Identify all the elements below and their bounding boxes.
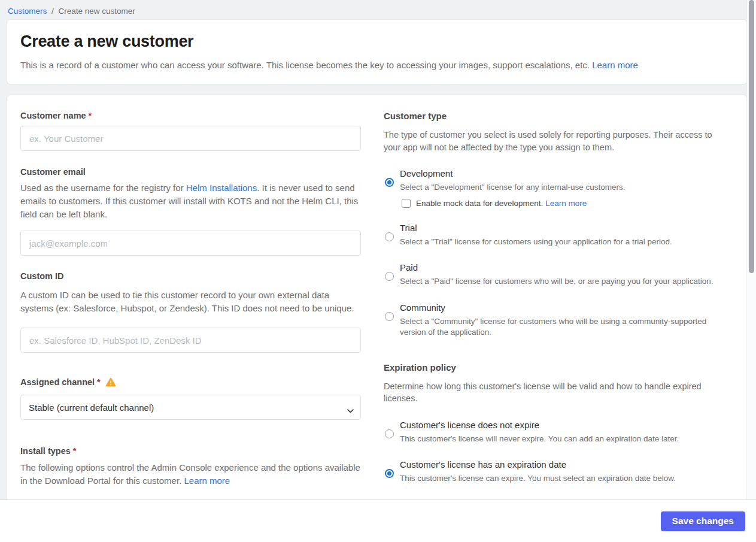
assigned-channel-field-group: Assigned channel* Stable (current defaul… xyxy=(20,377,361,420)
page-description: This is a record of a customer who can a… xyxy=(20,60,733,70)
development-option-description: Select a "Development" license for any i… xyxy=(400,182,722,193)
expiration-policy-heading: Expiration policy xyxy=(384,362,722,373)
breadcrumb: Customers / Create new customer xyxy=(0,0,756,19)
community-option-title: Community xyxy=(400,302,722,313)
has-expiration-radio[interactable] xyxy=(385,469,394,478)
customer-email-help: Used as the username for the registry fo… xyxy=(20,181,361,221)
customer-email-field-group: Customer email Used as the username for … xyxy=(20,167,361,256)
assigned-channel-select[interactable]: Stable (current default channel) xyxy=(20,395,361,420)
customer-name-field-group: Customer name* xyxy=(20,111,361,151)
mock-data-checkbox-row: Enable mock data for development. Learn … xyxy=(402,199,722,208)
custom-id-label: Custom ID xyxy=(20,271,361,281)
expiration-policy-description: Determine how long this customer's licen… xyxy=(384,380,722,405)
custom-id-input[interactable] xyxy=(20,328,361,353)
page-title: Create a new customer xyxy=(20,32,733,51)
no-expire-radio[interactable] xyxy=(385,429,394,438)
no-expire-option-title: Customer's license does not expire xyxy=(400,420,722,430)
install-types-label-text: Install types xyxy=(20,446,71,456)
customer-name-label: Customer name* xyxy=(20,111,361,120)
custom-id-help: A custom ID can be used to tie this cust… xyxy=(20,289,361,315)
install-types-field-group: Install types* The following options con… xyxy=(20,446,361,488)
breadcrumb-customers-link[interactable]: Customers xyxy=(8,7,47,16)
required-asterisk: * xyxy=(89,111,92,120)
save-changes-button[interactable]: Save changes xyxy=(661,511,745,531)
customer-email-label: Customer email xyxy=(20,167,361,177)
helm-installations-link[interactable]: Helm Installations xyxy=(186,183,257,193)
customer-type-description: The type of customer you select is used … xyxy=(384,129,722,153)
customer-email-help-text-1: Used as the username for the registry fo… xyxy=(20,183,186,193)
expiration-policy-options: Customer's license does not expire This … xyxy=(384,420,722,485)
footer-action-bar: Save changes xyxy=(0,499,756,542)
mock-data-checkbox-label: Enable mock data for development. Learn … xyxy=(416,199,587,208)
paid-radio[interactable] xyxy=(385,272,394,281)
customer-type-heading: Customer type xyxy=(384,111,722,121)
required-asterisk: * xyxy=(97,377,101,387)
paid-option-description: Select a "Paid" license for customers wh… xyxy=(400,276,722,287)
customer-email-input[interactable] xyxy=(20,231,361,256)
install-types-learn-more-link[interactable]: Learn more xyxy=(184,476,230,486)
customer-type-option-development: Development Select a "Development" licen… xyxy=(384,168,722,208)
required-asterisk: * xyxy=(73,446,77,456)
customer-name-input[interactable] xyxy=(20,126,361,151)
paid-option-title: Paid xyxy=(400,262,722,272)
community-radio[interactable] xyxy=(385,312,394,321)
form-left-column: Customer name* Customer email Used as th… xyxy=(20,111,361,495)
custom-id-field-group: Custom ID A custom ID can be used to tie… xyxy=(20,271,361,353)
create-customer-form-card: Customer name* Customer email Used as th… xyxy=(7,95,747,514)
development-option-title: Development xyxy=(400,168,722,178)
page-scrollbar-track[interactable] xyxy=(746,0,756,499)
development-radio[interactable] xyxy=(385,178,394,187)
mock-data-checkbox-label-text: Enable mock data for development. xyxy=(416,199,543,208)
customer-name-label-text: Customer name xyxy=(20,111,86,120)
warning-triangle-icon xyxy=(105,377,116,387)
mock-data-learn-more-link[interactable]: Learn more xyxy=(545,199,587,208)
form-right-column: Customer type The type of customer you s… xyxy=(384,111,722,495)
customer-type-option-community: Community Select a "Community" license f… xyxy=(384,302,722,338)
assigned-channel-label-text: Assigned channel xyxy=(20,377,95,387)
customer-type-section: Customer type The type of customer you s… xyxy=(384,111,722,338)
trial-radio[interactable] xyxy=(385,232,394,241)
mock-data-checkbox[interactable] xyxy=(402,199,411,208)
trial-option-title: Trial xyxy=(400,223,722,233)
trial-option-description: Select a "Trial" license for customers u… xyxy=(400,237,722,248)
header-learn-more-link[interactable]: Learn more xyxy=(592,60,638,70)
expiration-option-has-date: Customer's license has an expiration dat… xyxy=(384,459,722,485)
page-scrollbar-thumb[interactable] xyxy=(749,0,754,273)
page-description-text: This is a record of a customer who can a… xyxy=(20,60,590,70)
install-types-help: The following options control the Admin … xyxy=(20,461,361,488)
expiration-policy-section: Expiration policy Determine how long thi… xyxy=(384,362,722,485)
has-expiration-option-title: Customer's license has an expiration dat… xyxy=(400,459,722,470)
breadcrumb-separator: / xyxy=(51,7,54,16)
has-expiration-option-description: This customer's license can expire. You … xyxy=(400,473,722,485)
customer-type-options: Development Select a "Development" licen… xyxy=(384,168,722,338)
page-header-card: Create a new customer This is a record o… xyxy=(7,19,747,84)
install-types-label: Install types* xyxy=(20,446,361,456)
expiration-option-no-expire: Customer's license does not expire This … xyxy=(384,420,722,445)
no-expire-option-description: This customer's license will never expir… xyxy=(400,434,722,445)
breadcrumb-current: Create new customer xyxy=(59,7,135,16)
customer-type-option-paid: Paid Select a "Paid" license for custome… xyxy=(384,262,722,287)
assigned-channel-label: Assigned channel* xyxy=(20,377,101,387)
community-option-description: Select a "Community" license for custome… xyxy=(400,316,722,338)
customer-type-option-trial: Trial Select a "Trial" license for custo… xyxy=(384,223,722,248)
